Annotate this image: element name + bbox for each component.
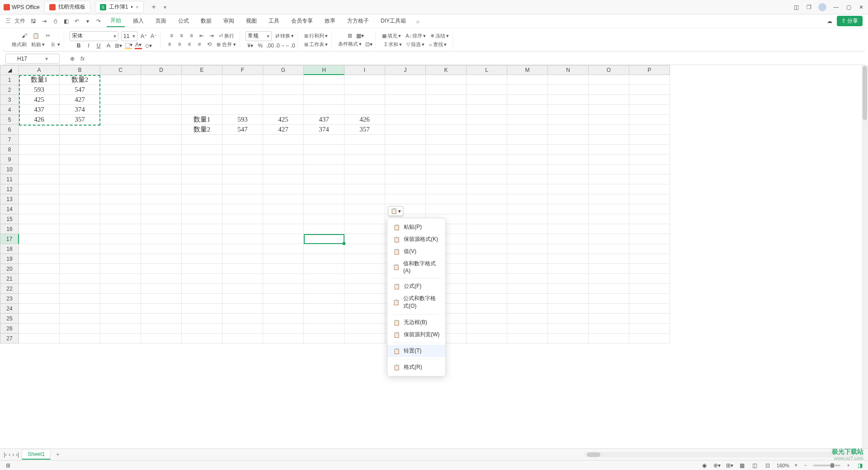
cell-N6[interactable] bbox=[548, 125, 589, 135]
cell-L1[interactable] bbox=[467, 75, 507, 85]
cell-C16[interactable] bbox=[100, 224, 141, 234]
font-name-select[interactable]: 宋体▾ bbox=[70, 31, 118, 41]
cell-E2[interactable] bbox=[182, 85, 222, 95]
cell-K11[interactable] bbox=[426, 174, 467, 184]
row-header-1[interactable]: 1 bbox=[0, 75, 19, 85]
cell-H10[interactable] bbox=[304, 164, 344, 174]
cell-E1[interactable] bbox=[182, 75, 222, 85]
cell-E26[interactable] bbox=[182, 324, 222, 334]
fill-color-icon[interactable]: ⬚▾ bbox=[125, 42, 132, 49]
cell-H25[interactable] bbox=[304, 314, 344, 324]
table-format-icon[interactable]: ⊡▾ bbox=[365, 41, 373, 48]
cell-E18[interactable] bbox=[182, 244, 222, 254]
cell-P21[interactable] bbox=[629, 274, 670, 284]
cell-C4[interactable] bbox=[100, 105, 141, 115]
compact-icon[interactable]: ◫ bbox=[793, 4, 799, 10]
cell-A2[interactable]: 593 bbox=[19, 85, 60, 95]
cell-M16[interactable] bbox=[507, 224, 548, 234]
cell-O9[interactable] bbox=[589, 155, 629, 164]
cell-M8[interactable] bbox=[507, 145, 548, 155]
view-break-icon[interactable]: ⊡ bbox=[764, 462, 771, 469]
cell-G12[interactable] bbox=[263, 184, 304, 194]
cell-K14[interactable] bbox=[426, 204, 467, 214]
cell-F2[interactable] bbox=[222, 85, 263, 95]
cell-D13[interactable] bbox=[141, 194, 182, 204]
indent-dec-icon[interactable]: ⇤ bbox=[198, 32, 205, 39]
cell-N10[interactable] bbox=[548, 164, 589, 174]
cell-L15[interactable] bbox=[467, 214, 507, 224]
format-painter-button[interactable]: 🖌 bbox=[20, 32, 29, 40]
cell-H1[interactable] bbox=[304, 75, 344, 85]
cond-format-button[interactable]: 条件格式 ▾ bbox=[337, 40, 363, 48]
cell-M13[interactable] bbox=[507, 194, 548, 204]
cell-H21[interactable] bbox=[304, 274, 344, 284]
cut-button[interactable]: ✂ bbox=[43, 32, 52, 40]
cell-G18[interactable] bbox=[263, 244, 304, 254]
row-header-26[interactable]: 26 bbox=[0, 324, 19, 334]
formula-input[interactable] bbox=[89, 54, 722, 63]
cell-F7[interactable] bbox=[222, 135, 263, 145]
cell-G15[interactable] bbox=[263, 214, 304, 224]
cell-N16[interactable] bbox=[548, 224, 589, 234]
cell-A11[interactable] bbox=[19, 174, 60, 184]
cell-A6[interactable] bbox=[19, 125, 60, 135]
cell-I26[interactable] bbox=[344, 324, 385, 334]
cell-G1[interactable] bbox=[263, 75, 304, 85]
cell-J13[interactable] bbox=[385, 194, 426, 204]
cell-A27[interactable] bbox=[19, 334, 60, 343]
col-header-A[interactable]: A bbox=[19, 65, 60, 75]
cell-M22[interactable] bbox=[507, 284, 548, 294]
cell-O25[interactable] bbox=[589, 314, 629, 324]
cell-E22[interactable] bbox=[182, 284, 222, 294]
cell-L19[interactable] bbox=[467, 254, 507, 264]
cell-A22[interactable] bbox=[19, 284, 60, 294]
cell-F16[interactable] bbox=[222, 224, 263, 234]
cell-J3[interactable] bbox=[385, 95, 426, 105]
print-preview-icon[interactable]: ◧ bbox=[62, 18, 70, 25]
cell-N8[interactable] bbox=[548, 145, 589, 155]
cell-G5[interactable]: 425 bbox=[263, 115, 304, 125]
sort-button[interactable]: A↓ 排序 ▾ bbox=[405, 32, 427, 40]
cell-B20[interactable] bbox=[60, 264, 100, 274]
cell-D23[interactable] bbox=[141, 294, 182, 304]
new-tab-button[interactable]: ＋ bbox=[148, 2, 159, 12]
cell-C1[interactable] bbox=[100, 75, 141, 85]
cell-F17[interactable] bbox=[222, 234, 263, 244]
cell-L11[interactable] bbox=[467, 174, 507, 184]
cell-H5[interactable]: 437 bbox=[304, 115, 344, 125]
cell-G4[interactable] bbox=[263, 105, 304, 115]
cell-C3[interactable] bbox=[100, 95, 141, 105]
row-header-6[interactable]: 6 bbox=[0, 125, 19, 135]
row-header-25[interactable]: 25 bbox=[0, 314, 19, 324]
cell-A5[interactable]: 426 bbox=[19, 115, 60, 125]
cell-J9[interactable] bbox=[385, 155, 426, 164]
cell-M17[interactable] bbox=[507, 234, 548, 244]
cell-I2[interactable] bbox=[344, 85, 385, 95]
cell-I14[interactable] bbox=[344, 204, 385, 214]
cell-B3[interactable]: 427 bbox=[60, 95, 100, 105]
cell-N1[interactable] bbox=[548, 75, 589, 85]
cell-D4[interactable] bbox=[141, 105, 182, 115]
cell-M14[interactable] bbox=[507, 204, 548, 214]
menu-page[interactable]: 页面 bbox=[152, 15, 170, 27]
cell-E14[interactable] bbox=[182, 204, 222, 214]
cell-A10[interactable] bbox=[19, 164, 60, 174]
row-header-8[interactable]: 8 bbox=[0, 145, 19, 155]
cell-C19[interactable] bbox=[100, 254, 141, 264]
cell-J4[interactable] bbox=[385, 105, 426, 115]
cell-F4[interactable] bbox=[222, 105, 263, 115]
eye-icon[interactable]: ◉ bbox=[701, 462, 708, 469]
cell-F5[interactable]: 593 bbox=[222, 115, 263, 125]
cell-P11[interactable] bbox=[629, 174, 670, 184]
spreadsheet-grid[interactable]: ◢ABCDEFGHIJKLMNOP1数量1数量22593547342542744… bbox=[0, 65, 868, 448]
cell-M19[interactable] bbox=[507, 254, 548, 264]
cell-C8[interactable] bbox=[100, 145, 141, 155]
cell-B21[interactable] bbox=[60, 274, 100, 284]
cell-G7[interactable] bbox=[263, 135, 304, 145]
menu-review[interactable]: 审阅 bbox=[220, 15, 238, 27]
cell-O11[interactable] bbox=[589, 174, 629, 184]
cell-A9[interactable] bbox=[19, 155, 60, 164]
cell-G23[interactable] bbox=[263, 294, 304, 304]
cell-I10[interactable] bbox=[344, 164, 385, 174]
menu-member[interactable]: 会员专享 bbox=[288, 15, 316, 27]
